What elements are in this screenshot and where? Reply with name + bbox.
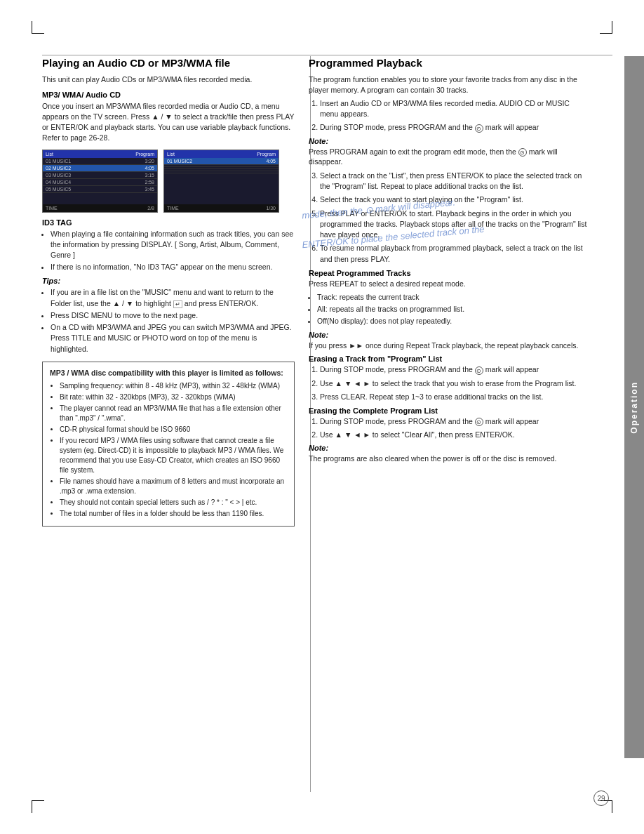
mp3-heading: MP3/ WMA/ Audio CD (42, 91, 295, 99)
circle-icon-2: ⊙ (518, 148, 527, 157)
id3-bullet-1: When playing a file containing informati… (51, 229, 295, 261)
note1-text: Press PROGRAM again to exit the program … (309, 147, 588, 167)
repeat-track: Track: repeats the current track (317, 292, 588, 303)
compat-item-3: The player cannot read an MP3/WMA file t… (60, 404, 287, 423)
tips-bullets: If you are in a file list on the "MUSIC"… (42, 287, 295, 354)
circle-icon-1: ⊙ (475, 124, 483, 133)
erase-complete-step-2: Use ▲ ▼ ◄ ► to select "Clear All", then … (320, 430, 588, 440)
right-intro: The program function enables you to stor… (309, 74, 588, 95)
operation-sidebar: Operation (624, 56, 644, 758)
repeat-heading: Repeat Programmed Tracks (309, 269, 588, 277)
top-divider (42, 55, 612, 55)
screen-right-header: ListProgram (164, 150, 279, 158)
id3-bullet-2: If there is no information, "No ID3 TAG"… (51, 262, 295, 272)
screen-left-row1: 01 MUSIC13:20 (43, 158, 157, 165)
step-4: Select the track you want to start playi… (320, 194, 588, 205)
content-area: Playing an Audio CD or MP3/WMA file This… (42, 56, 612, 792)
corner-mark-tr (600, 21, 612, 34)
erase-track-steps: During STOP mode, press PROGRAM and the … (309, 364, 588, 402)
compat-list: Sampling frequency: within 8 - 48 kHz (M… (50, 381, 287, 519)
erase-complete-step-1: During STOP mode, press PROGRAM and the … (320, 416, 588, 427)
erase-track-step-3: Press CLEAR. Repeat step 1~3 to erase ad… (320, 392, 588, 402)
compat-item-8: The total number of files in a folder sh… (60, 509, 287, 519)
compat-item-7: They should not contain special letters … (60, 498, 287, 508)
note2-text: If you press ►► once during Repeat Track… (309, 340, 588, 351)
mp3-text: Once you insert an MP3/WMA files recorde… (42, 101, 295, 144)
step-5: Press PLAY or ENTER/OK to start. Playbac… (320, 208, 588, 241)
screen-images: ListProgram 01 MUSIC13:20 02 MUSIC24:05 … (42, 150, 295, 213)
screen-left-footer: TIME2/8 (43, 204, 157, 212)
compat-item-1: Sampling frequency: within 8 - 48 kHz (M… (60, 381, 287, 391)
note2-label: Note: (309, 331, 588, 339)
left-section-title: Playing an Audio CD or MP3/WMA file (42, 56, 295, 70)
corner-mark-bl (32, 800, 44, 813)
screen-right-row5 (164, 171, 279, 173)
tip-1: If you are in a file list on the "MUSIC"… (51, 287, 295, 308)
left-intro: This unit can play Audio CDs or MP3/WMA … (42, 74, 295, 85)
screen-left-row4: 04 MUSIC42:58 (43, 179, 157, 186)
step-6: To resume normal playback from programme… (320, 243, 588, 264)
repeat-off: Off(No display): does not play repeatedl… (317, 316, 588, 326)
right-column: Programmed Playback The program function… (309, 56, 612, 792)
tip-3: On a CD with MP3/WMA and JPEG you can sw… (51, 322, 295, 355)
step-2: During STOP mode, press PROGRAM and the … (320, 122, 588, 133)
left-column: Playing an Audio CD or MP3/WMA file This… (42, 56, 295, 792)
programmed-steps: Insert an Audio CD or MP3/WMA files reco… (309, 98, 588, 133)
note1-label: Note: (309, 137, 588, 145)
compat-item-5: If you record MP3 / WMA files using soft… (60, 436, 287, 475)
screen-left-row2: 02 MUSIC24:05 (43, 165, 157, 172)
screen-right: ListProgram 01 MUSIC24:05 TIME1/30 (163, 150, 279, 213)
note3-label: Note: (309, 444, 588, 452)
tip-2: Press DISC MENU to move to the next page… (51, 310, 295, 321)
tips-label: Tips: (42, 277, 295, 285)
screen-right-footer: TIME1/30 (164, 204, 279, 212)
screen-left-row3: 03 MUSIC33:15 (43, 172, 157, 179)
circle-icon-3: ⊙ (475, 366, 483, 375)
sidebar-label: Operation (629, 381, 639, 434)
corner-mark-tl (32, 21, 44, 34)
compat-title: MP3 / WMA disc compatibility with this p… (50, 368, 287, 378)
erase-complete-heading: Erasing the Complete Program List (309, 406, 588, 415)
circle-icon-4: ⊙ (475, 418, 483, 426)
compatibility-box: MP3 / WMA disc compatibility with this p… (42, 362, 295, 527)
screen-left-header: ListProgram (43, 150, 157, 158)
id3-bullets: When playing a file containing informati… (42, 229, 295, 273)
repeat-bullets: Track: repeats the current track All: re… (309, 292, 588, 327)
repeat-all: All: repeats all the tracks on programme… (317, 304, 588, 315)
screen-left: ListProgram 01 MUSIC13:20 02 MUSIC24:05 … (42, 150, 158, 213)
step-3: Select a track on the "List", then press… (320, 171, 588, 192)
right-section-title: Programmed Playback (309, 56, 588, 70)
erase-complete-steps: During STOP mode, press PROGRAM and the … (309, 416, 588, 440)
erase-track-step-2: Use ▲ ▼ ◄ ► to select the track that you… (320, 378, 588, 389)
erase-track-step-1: During STOP mode, press PROGRAM and the … (320, 364, 588, 375)
step-1: Insert an Audio CD or MP3/WMA files reco… (320, 98, 588, 119)
screen-right-row1: 01 MUSIC24:05 (164, 158, 279, 165)
programmed-steps-cont: Select a track on the "List", then press… (309, 171, 588, 265)
screen-left-row5: 05 MUSIC53:45 (43, 186, 157, 193)
page-number: 29 (593, 790, 609, 806)
repeat-intro: Press REPEAT to select a desired repeat … (309, 279, 588, 289)
erase-track-heading: Erasing a Track from "Program" List (309, 355, 588, 363)
compat-item-6: File names should have a maximum of 8 le… (60, 477, 287, 496)
note3-text: The programs are also cleared when the p… (309, 454, 588, 464)
compat-item-4: CD-R physical format should be ISO 9660 (60, 425, 287, 435)
compat-item-2: Bit rate: within 32 - 320kbps (MP3), 32 … (60, 392, 287, 402)
id3-heading: ID3 TAG (42, 218, 295, 227)
